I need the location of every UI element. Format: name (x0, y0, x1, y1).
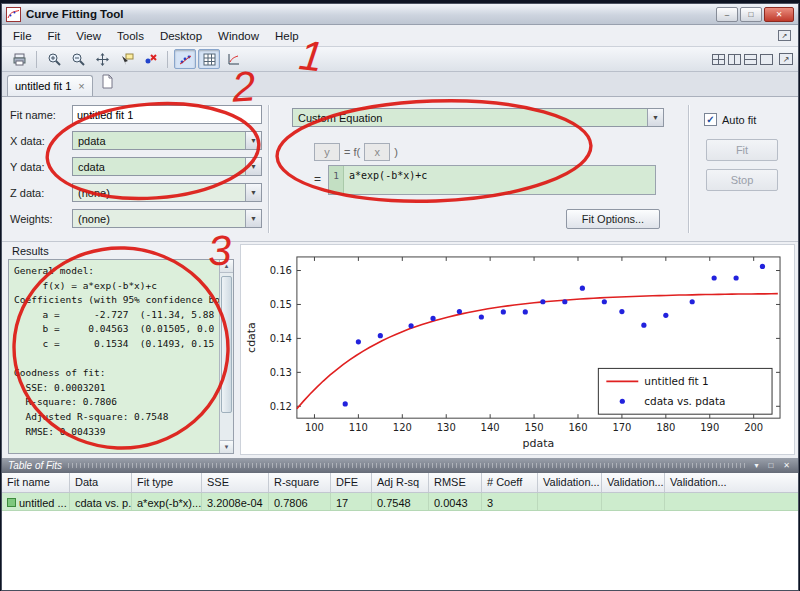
layout-left-right-icon[interactable] (728, 54, 741, 65)
layout-single-icon[interactable] (760, 54, 773, 65)
stop-button[interactable]: Stop (706, 169, 778, 191)
table-row[interactable]: untitled ... cdata vs. p... a*exp(-b*x).… (2, 493, 798, 511)
table-of-fits-title: Table of Fits (8, 460, 62, 471)
fit-type-dropdown[interactable]: Custom Equation ▼ (292, 108, 664, 127)
fit-setup-panel: Fit name: X data: pdata ▼ Y data: cdata … (2, 97, 798, 242)
results-title: Results (12, 245, 49, 257)
fit-plot-panel[interactable]: 1001101201301401501601701801902000.120.1… (240, 244, 795, 455)
cell-rmse[interactable]: 0.0043 (429, 493, 482, 510)
equation-text[interactable]: a*exp(-b*x)+c (344, 166, 432, 194)
main-plot-toggle[interactable] (174, 49, 196, 69)
collapse-panel-icon[interactable]: ▾ (752, 461, 760, 470)
close-button[interactable]: ✕ (764, 7, 794, 22)
col-rmse[interactable]: RMSE (429, 473, 482, 492)
equals-label: = (314, 172, 321, 186)
fit-control-group: ✓ Auto fit Fit Stop (694, 97, 794, 241)
cell-dfe[interactable]: 17 (331, 493, 372, 510)
new-fit-button[interactable] (100, 74, 115, 93)
y-data-label: Y data: (10, 161, 72, 173)
pan-button[interactable] (91, 49, 113, 69)
svg-text:pdata: pdata (523, 437, 555, 450)
minimize-button[interactable]: – (716, 7, 738, 22)
layout-top-bottom-icon[interactable] (744, 54, 757, 65)
scroll-down-icon[interactable]: ▼ (220, 440, 233, 453)
print-button[interactable] (8, 49, 30, 69)
col-adj-r-sq[interactable]: Adj R-sq (372, 473, 429, 492)
fit-button[interactable]: Fit (706, 139, 778, 161)
maximize-button[interactable]: □ (740, 7, 762, 22)
menu-window[interactable]: Window (210, 27, 267, 45)
dropdown-arrow-icon[interactable]: ▼ (245, 158, 261, 175)
fit-name-input[interactable] (72, 105, 262, 124)
undock-menubar-icon[interactable]: ↗ (778, 30, 791, 41)
menu-view[interactable]: View (68, 27, 109, 45)
equation-group: Custom Equation ▼ y = f( x ) = 1 a*exp(-… (280, 97, 684, 241)
col-fit-name[interactable]: Fit name (2, 473, 70, 492)
custom-equation-editor[interactable]: 1 a*exp(-b*x)+c (328, 165, 656, 195)
cell-validation-3[interactable] (665, 493, 798, 510)
equation-editor-row: = 1 a*exp(-b*x)+c (314, 165, 656, 195)
menu-help[interactable]: Help (267, 27, 307, 45)
y-data-dropdown[interactable]: cdata ▼ (72, 157, 262, 176)
layout-tiled-icon[interactable] (712, 54, 725, 65)
dropdown-arrow-icon[interactable]: ▼ (245, 132, 261, 149)
z-data-dropdown[interactable]: (none) ▼ (72, 183, 262, 202)
results-scrollbar[interactable]: ▲ ▼ (219, 260, 233, 453)
table-of-fits-titlebar[interactable]: Table of Fits ▾ □ ✕ (2, 458, 798, 473)
col-sse[interactable]: SSE (202, 473, 269, 492)
fit-row-icon (7, 498, 16, 507)
fit-options-button[interactable]: Fit Options... (566, 209, 660, 229)
zoom-in-button[interactable] (43, 49, 65, 69)
col-fit-type[interactable]: Fit type (132, 473, 202, 492)
cell-sse[interactable]: 3.2008e-04 (202, 493, 269, 510)
axes-limits-button[interactable] (222, 49, 244, 69)
scroll-thumb[interactable] (221, 276, 232, 413)
dropdown-arrow-icon[interactable]: ▼ (245, 210, 261, 227)
col-dfe[interactable]: DFE (331, 473, 372, 492)
svg-text:120: 120 (393, 422, 412, 433)
menu-tools[interactable]: Tools (109, 27, 152, 45)
cell-data[interactable]: cdata vs. p... (70, 493, 132, 510)
col-validation-1[interactable]: Validation... (538, 473, 602, 492)
fit-plot[interactable]: 1001101201301401501601701801902000.120.1… (241, 245, 794, 454)
exclude-outliers-button[interactable] (139, 49, 161, 69)
cell-r-square[interactable]: 0.7806 (269, 493, 331, 510)
window-title: Curve Fitting Tool (26, 8, 714, 20)
table-view-toggle[interactable] (198, 49, 220, 69)
menu-desktop[interactable]: Desktop (152, 27, 210, 45)
dropdown-arrow-icon[interactable]: ▼ (647, 109, 663, 126)
col-validation-2[interactable]: Validation... (602, 473, 665, 492)
tab-close-icon[interactable]: × (78, 81, 84, 92)
weights-dropdown[interactable]: (none) ▼ (72, 209, 262, 228)
cell-fit-name[interactable]: untitled ... (2, 493, 70, 510)
z-data-label: Z data: (10, 187, 72, 199)
undock-icon[interactable]: ↗ (779, 53, 793, 65)
drag-handle[interactable] (68, 463, 746, 468)
cell-validation-1[interactable] (538, 493, 602, 510)
cell-num-coeff[interactable]: 3 (482, 493, 538, 510)
cell-fit-type[interactable]: a*exp(-b*x)... (132, 493, 202, 510)
menu-file[interactable]: File (5, 27, 40, 45)
fit-name-label: Fit name: (10, 109, 72, 121)
cell-validation-2[interactable] (602, 493, 665, 510)
svg-text:cdata vs. pdata: cdata vs. pdata (644, 395, 725, 407)
auto-fit-row: ✓ Auto fit (704, 113, 756, 126)
zoom-out-button[interactable] (67, 49, 89, 69)
menu-fit[interactable]: Fit (40, 27, 69, 45)
dropdown-arrow-icon[interactable]: ▼ (245, 184, 261, 201)
col-validation-3[interactable]: Validation... (665, 473, 798, 492)
x-data-dropdown[interactable]: pdata ▼ (72, 131, 262, 150)
col-r-square[interactable]: R-square (269, 473, 331, 492)
print-icon (12, 52, 27, 67)
col-num-coeff[interactable]: # Coeff (482, 473, 538, 492)
tab-untitled-fit-1[interactable]: untitled fit 1 × (7, 75, 93, 96)
svg-text:130: 130 (437, 422, 456, 433)
scroll-up-icon[interactable]: ▲ (220, 260, 233, 273)
close-panel-icon[interactable]: ✕ (781, 461, 792, 470)
titlebar: Curve Fitting Tool – □ ✕ (2, 4, 798, 25)
datatip-button[interactable] (115, 49, 137, 69)
cell-adj-r-sq[interactable]: 0.7548 (372, 493, 429, 510)
restore-panel-icon[interactable]: □ (766, 461, 775, 470)
col-data[interactable]: Data (70, 473, 132, 492)
auto-fit-checkbox[interactable]: ✓ (704, 113, 717, 126)
